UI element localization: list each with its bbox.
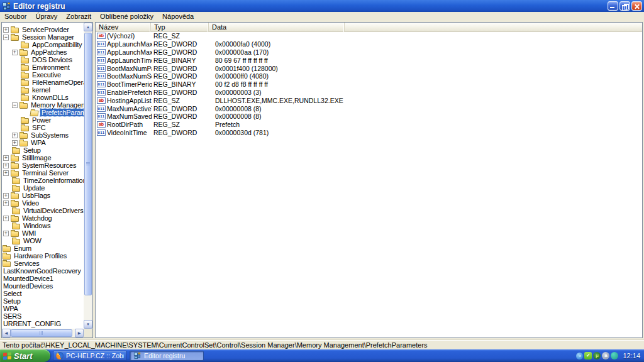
tree-item-label[interactable]: Hardware Profiles [13,252,68,260]
tree-item[interactable]: FileRenameOperations [2,79,84,86]
value-row[interactable]: 011MaxNumSavedTr...REG_DWORD0x00000008 (… [96,112,642,121]
tree-item-label[interactable]: MountedDevice1 [2,275,55,282]
tree-item[interactable]: Enum [2,244,84,252]
tree-item[interactable]: LastKnownGoodRecovery [2,267,84,275]
tree-item[interactable]: SFC [2,124,84,131]
tree-item-label[interactable]: Windows [22,222,52,229]
tree-item-label[interactable]: AppPatches [30,48,68,56]
tree-item[interactable]: Executive [2,71,84,79]
column-header-typ[interactable]: Typ [151,23,209,32]
menu-soubor[interactable]: Soubor [0,12,31,21]
tree-item-label[interactable]: WPA [2,305,19,312]
tree-item-label[interactable]: VirtualDeviceDrivers [22,207,84,214]
tree-item[interactable]: TimeZoneInformation [2,177,84,184]
column-header-data[interactable]: Data [209,23,345,32]
tree-item[interactable]: −Memory Management [2,101,84,109]
value-row[interactable]: 011MaxNumActiveTr...REG_DWORD0x00000008 … [96,104,642,112]
expand-plus-icon[interactable]: + [12,133,18,138]
tree-item-label[interactable]: ServiceProvider [21,26,70,33]
tree-item-label[interactable]: Setup [2,297,22,305]
tree-item-label[interactable]: Memory Management [30,101,84,109]
hide-icons-chevron[interactable]: ‹ [576,353,583,359]
tree-item-label[interactable]: SystemResources [21,162,77,169]
menu-zobrazit[interactable]: Zobrazit [62,12,96,21]
scroll-up-icon[interactable] [84,23,92,31]
value-row[interactable]: 011VideoInitTimeREG_DWORD0x0000030d (781… [96,129,642,137]
tree-item-label[interactable]: Watchdog [21,214,53,222]
tree-item[interactable]: +UsbFlags [2,192,84,199]
tree-item-label[interactable]: KnownDLLs [31,94,70,101]
tree-item[interactable]: kernel [2,86,84,94]
tree-item-label[interactable]: Setup [22,146,42,154]
tree-item[interactable]: +Video [2,199,84,207]
close-button[interactable] [631,1,642,11]
collapse-minus-icon[interactable]: − [12,102,18,108]
tree-item-label[interactable]: URRENT_CONFIG [2,320,62,327]
scroll-right-icon[interactable] [75,329,84,337]
tree-item[interactable]: +WMI [2,229,84,237]
tree-item[interactable]: SERS [2,312,84,320]
tree-item-label[interactable]: PrefetchParameters [40,109,84,116]
tree-item[interactable]: +AppPatches [2,48,84,56]
tree-item-label[interactable]: Environment [31,63,71,71]
tree-item-label[interactable]: SERS [2,312,23,320]
tree-item[interactable]: WPA [2,305,84,312]
tree-item-label[interactable]: kernel [31,86,52,94]
menu-upravy[interactable]: Úpravy [31,12,62,21]
taskbar-task-regedit[interactable]: Editor registru [130,351,204,361]
tree-item[interactable]: Setup [2,297,84,305]
media-player-tray-icon[interactable] [611,352,618,359]
tree-item-label[interactable]: WOW [22,237,43,244]
column-header-nazev[interactable]: Název [96,23,151,32]
tree-vertical-scrollbar[interactable] [84,23,92,329]
expand-plus-icon[interactable]: + [3,163,9,168]
collapse-minus-icon[interactable]: − [3,35,9,40]
tree-item[interactable]: VirtualDeviceDrivers [2,207,84,214]
expand-plus-icon[interactable]: + [3,155,9,161]
tree-item[interactable]: Windows [2,222,84,229]
tree-item-label[interactable]: UsbFlags [21,192,52,199]
expand-plus-icon[interactable]: + [3,27,9,33]
value-row[interactable]: 011BootTimerPeriodREG_BINARY00 f2 d8 f8 … [96,80,642,89]
security-tray-icon[interactable]: ✓ [584,352,592,359]
tree-item[interactable]: +SystemResources [2,162,84,169]
scroll-down-icon[interactable] [84,320,92,329]
tree-item-label[interactable]: FileRenameOperations [31,79,84,86]
expand-plus-icon[interactable]: + [3,193,9,199]
tree-item[interactable]: +Watchdog [2,214,84,222]
expand-plus-icon[interactable]: + [3,216,9,221]
tree-item-label[interactable]: SFC [31,124,47,131]
messenger-tray-icon[interactable]: a [602,352,609,359]
tree-item-label[interactable]: Terminal Server [21,169,70,177]
horizontal-scroll-thumb[interactable] [11,329,72,337]
tree-item-label[interactable]: LastKnownGoodRecovery [2,267,82,275]
expand-plus-icon[interactable]: + [3,170,9,176]
tree-item[interactable]: +ServiceProvider [2,26,84,33]
tree-item-label[interactable]: StillImage [21,154,52,162]
tree-item[interactable]: Environment [2,63,84,71]
menu-oblibene-polozky[interactable]: Oblíbené položky [96,12,158,21]
value-row[interactable]: abHostingAppListREG_SZDLLHOST.EXE,MMC.EX… [96,96,642,104]
expand-plus-icon[interactable]: + [12,140,18,146]
tree-item[interactable]: Setup [2,146,84,154]
tree-item[interactable]: Services [2,260,84,267]
menu-napoveda[interactable]: Nápověda [158,12,198,21]
tree-item[interactable]: PrefetchParameters [2,109,84,116]
value-row[interactable]: abRootDirPathREG_SZPrefetch [96,121,642,129]
tree-item[interactable]: +Terminal Server [2,169,84,177]
tree-item[interactable]: DOS Devices [2,56,84,63]
tree-item[interactable]: −Session Manager [2,33,84,41]
tree-item-label[interactable]: Services [13,260,41,267]
value-row[interactable]: ab(Výchozí)REG_SZ [96,32,642,40]
tree-item-label[interactable]: AppCompatibility [31,41,83,48]
value-row[interactable]: 011EnablePrefetcherREG_DWORD0x00000003 (… [96,89,642,97]
utorrent-tray-icon[interactable]: μ [593,352,601,359]
tree-item-label[interactable]: WMI [21,229,37,237]
scroll-left-icon[interactable] [2,329,11,337]
value-row[interactable]: 011AppLaunchTimer...REG_BINARY80 69 67 f… [96,56,642,64]
tree-item[interactable]: +WPA [2,139,84,146]
expand-plus-icon[interactable]: + [3,231,9,236]
value-row[interactable]: 011AppLaunchMaxN...REG_DWORD0x000000aa (… [96,48,642,57]
tree-item[interactable]: Update [2,184,84,192]
tree-item-label[interactable]: Video [21,199,40,207]
